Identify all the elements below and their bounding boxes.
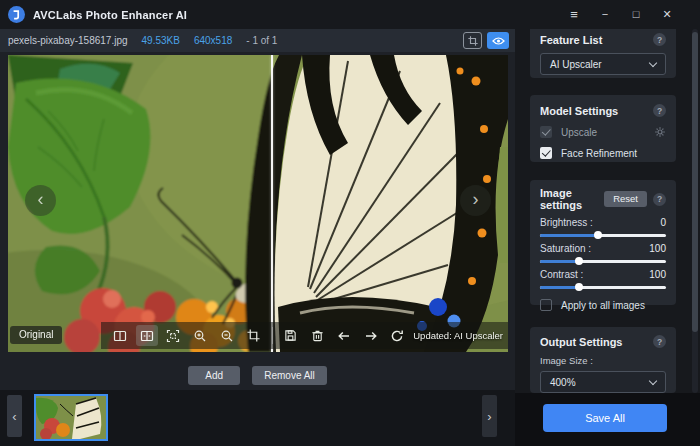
image-settings-title: Image settings	[540, 187, 604, 211]
fit-screen-icon	[166, 329, 180, 343]
slider-knob[interactable]	[594, 231, 602, 239]
remove-all-button[interactable]: Remove All	[252, 366, 327, 385]
undo-arrow-icon	[337, 329, 351, 343]
sidebar-footer: Save All	[515, 393, 700, 446]
apply-to-all-checkbox[interactable]	[540, 299, 552, 311]
image-settings-panel: Image settings Reset ? Brightness : 0	[530, 180, 676, 305]
saturation-label: Saturation :	[540, 243, 591, 254]
chevron-left-icon: ‹	[38, 189, 44, 210]
chevron-right-icon: ›	[473, 189, 479, 210]
help-icon[interactable]: ?	[653, 104, 666, 117]
maximize-icon[interactable]: □	[629, 9, 643, 20]
contrast-slider[interactable]	[540, 286, 666, 289]
saturation-slider[interactable]	[540, 260, 666, 263]
image-info-bar: pexels-pixabay-158617.jpg 49.53KB 640x51…	[0, 29, 515, 52]
help-icon[interactable]: ?	[653, 33, 666, 46]
slider-knob[interactable]	[575, 257, 583, 265]
saturation-control: Saturation : 100	[540, 243, 666, 263]
upscale-settings-button[interactable]	[654, 126, 666, 138]
previous-image-button[interactable]: ‹	[25, 185, 56, 216]
brightness-slider[interactable]	[540, 234, 666, 237]
chevron-down-icon	[649, 376, 657, 384]
minimize-icon[interactable]: −	[598, 9, 612, 20]
save-icon	[284, 329, 297, 342]
compare-view-icon	[140, 329, 154, 343]
image-size-value: 400%	[550, 377, 576, 388]
app-window: AVCLabs Photo Enhancer AI ≡ − □ ✕ pexels…	[0, 0, 700, 446]
add-button[interactable]: Add	[188, 366, 240, 385]
face-refinement-checkbox[interactable]	[540, 147, 552, 159]
save-all-button[interactable]: Save All	[543, 404, 667, 432]
delete-image-button[interactable]	[306, 325, 328, 346]
split-view-button[interactable]	[109, 325, 131, 346]
refresh-button[interactable]	[386, 325, 408, 346]
help-icon[interactable]: ?	[653, 193, 666, 206]
redo-arrow-icon	[364, 329, 378, 343]
butterfly-photo	[8, 55, 508, 352]
image-viewer: ‹ › Original	[8, 55, 508, 352]
apply-to-all-label: Apply to all images	[561, 300, 645, 311]
next-image-button[interactable]: ›	[460, 185, 491, 216]
eye-icon	[492, 36, 505, 46]
close-icon[interactable]: ✕	[660, 9, 674, 20]
redo-button[interactable]	[360, 325, 382, 346]
reset-button[interactable]: Reset	[604, 191, 647, 207]
trash-icon	[311, 329, 324, 342]
upscale-checkbox	[540, 126, 552, 138]
chevron-down-icon	[649, 58, 657, 66]
gear-icon	[654, 126, 666, 138]
split-view-icon	[113, 329, 127, 343]
compare-slider-divider[interactable]	[271, 55, 273, 352]
settings-sidebar: Feature List ? AI Upscaler Model Setting…	[515, 0, 700, 446]
brightness-value: 0	[660, 217, 666, 228]
dimensions-label: 640x518	[194, 35, 232, 46]
image-size-select[interactable]: 400%	[540, 371, 666, 393]
app-title: AVCLabs Photo Enhancer AI	[33, 9, 187, 21]
filename-label: pexels-pixabay-158617.jpg	[8, 35, 128, 46]
apply-to-all-option[interactable]: Apply to all images	[540, 299, 666, 311]
save-image-button[interactable]	[279, 325, 301, 346]
thumbnail-scroll-left-button[interactable]: ‹	[7, 395, 22, 437]
thumbnail-strip: ‹ ›	[0, 390, 515, 446]
app-logo-icon	[8, 6, 25, 23]
info-bar-actions	[463, 32, 509, 49]
feature-select[interactable]: AI Upscaler	[540, 53, 666, 75]
output-settings-title: Output Settings	[540, 336, 623, 348]
crop-button[interactable]	[243, 325, 265, 346]
refresh-icon	[390, 329, 404, 343]
crop-icon	[247, 329, 260, 342]
brightness-control: Brightness : 0	[540, 217, 666, 237]
contrast-control: Contrast : 100	[540, 269, 666, 289]
zoom-out-button[interactable]	[216, 325, 238, 346]
chevron-right-icon: ›	[487, 409, 491, 424]
menu-icon[interactable]: ≡	[567, 8, 581, 21]
slider-knob[interactable]	[575, 283, 583, 291]
slider-fill	[540, 234, 598, 237]
upscale-label: Upscale	[561, 127, 597, 138]
zoom-in-icon	[193, 329, 207, 343]
crop-icon	[468, 36, 478, 46]
crop-view-button[interactable]	[463, 32, 482, 49]
help-icon[interactable]: ?	[653, 335, 666, 348]
zoom-in-button[interactable]	[189, 325, 211, 346]
thumbnail-selected[interactable]	[34, 394, 108, 441]
fit-screen-button[interactable]	[163, 325, 185, 346]
preview-toggle-button[interactable]	[487, 32, 509, 49]
face-refinement-option[interactable]: Face Refinement	[540, 147, 666, 159]
zoom-out-icon	[220, 329, 234, 343]
chevron-left-icon: ‹	[12, 409, 16, 424]
toolbar-separator	[272, 327, 273, 344]
compare-view-button[interactable]	[136, 325, 158, 346]
contrast-value: 100	[649, 269, 666, 280]
filesize-label: 49.53KB	[142, 35, 180, 46]
feature-select-value: AI Upscaler	[550, 59, 602, 70]
thumbnail-image	[36, 396, 106, 439]
upscale-option: Upscale	[540, 126, 666, 138]
sidebar-scrollbar[interactable]	[692, 29, 698, 393]
slider-fill	[540, 286, 579, 289]
undo-button[interactable]	[333, 325, 355, 346]
scrollbar-thumb[interactable]	[692, 32, 698, 332]
thumbnail-scroll-right-button[interactable]: ›	[482, 395, 497, 437]
main-content: pexels-pixabay-158617.jpg 49.53KB 640x51…	[0, 29, 515, 446]
window-controls: ≡ − □ ✕	[567, 0, 674, 29]
